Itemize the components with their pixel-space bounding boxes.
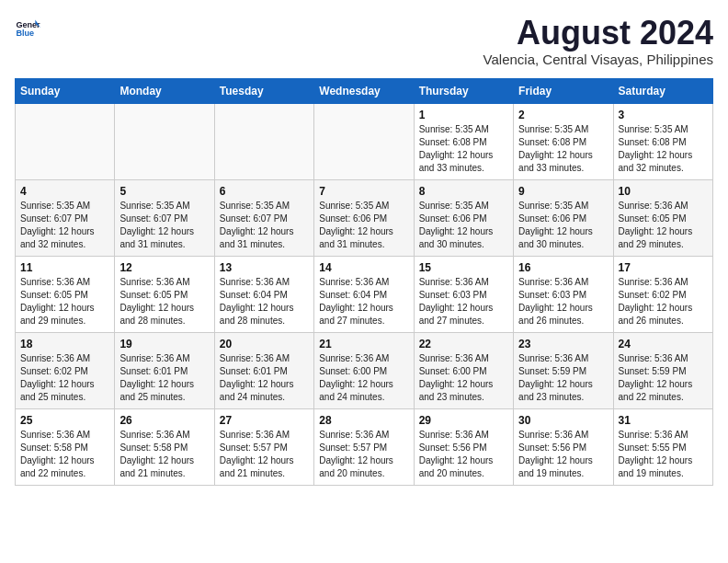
calendar-cell: 3Sunrise: 5:35 AMSunset: 6:08 PMDaylight… bbox=[613, 103, 712, 179]
calendar-cell: 23Sunrise: 5:36 AMSunset: 5:59 PMDayligh… bbox=[514, 332, 613, 408]
calendar-cell: 6Sunrise: 5:35 AMSunset: 6:07 PMDaylight… bbox=[214, 179, 313, 256]
calendar-cell: 13Sunrise: 5:36 AMSunset: 6:04 PMDayligh… bbox=[214, 256, 313, 332]
day-info: Sunrise: 5:36 AMSunset: 6:04 PMDaylight:… bbox=[220, 276, 309, 327]
calendar-cell: 19Sunrise: 5:36 AMSunset: 6:01 PMDayligh… bbox=[115, 332, 214, 408]
day-info: Sunrise: 5:36 AMSunset: 6:03 PMDaylight:… bbox=[419, 276, 508, 327]
calendar-cell: 7Sunrise: 5:35 AMSunset: 6:06 PMDaylight… bbox=[314, 179, 414, 256]
calendar-cell: 11Sunrise: 5:36 AMSunset: 6:05 PMDayligh… bbox=[16, 256, 115, 332]
day-number: 9 bbox=[518, 185, 608, 198]
day-info: Sunrise: 5:36 AMSunset: 5:56 PMDaylight:… bbox=[419, 429, 508, 480]
day-info: Sunrise: 5:36 AMSunset: 5:58 PMDaylight:… bbox=[20, 429, 109, 480]
calendar-cell: 8Sunrise: 5:35 AMSunset: 6:06 PMDaylight… bbox=[414, 179, 513, 256]
day-number: 30 bbox=[518, 414, 608, 427]
day-number: 22 bbox=[419, 338, 508, 350]
calendar-cell: 17Sunrise: 5:36 AMSunset: 6:02 PMDayligh… bbox=[613, 256, 712, 332]
day-number: 19 bbox=[119, 338, 209, 350]
day-of-week-header: Tuesday bbox=[214, 78, 313, 103]
calendar-cell: 24Sunrise: 5:36 AMSunset: 5:59 PMDayligh… bbox=[613, 332, 712, 408]
day-number: 11 bbox=[20, 261, 109, 274]
calendar-cell: 5Sunrise: 5:35 AMSunset: 6:07 PMDaylight… bbox=[115, 179, 214, 256]
day-info: Sunrise: 5:35 AMSunset: 6:08 PMDaylight:… bbox=[518, 123, 608, 175]
svg-text:Blue: Blue bbox=[16, 29, 34, 38]
calendar-body: 1Sunrise: 5:35 AMSunset: 6:08 PMDaylight… bbox=[16, 103, 713, 485]
day-info: Sunrise: 5:36 AMSunset: 5:57 PMDaylight:… bbox=[220, 429, 309, 480]
calendar-week-row: 1Sunrise: 5:35 AMSunset: 6:08 PMDaylight… bbox=[16, 103, 713, 179]
logo-icon: General Blue bbox=[15, 15, 40, 40]
day-number: 31 bbox=[619, 414, 708, 427]
calendar-week-row: 25Sunrise: 5:36 AMSunset: 5:58 PMDayligh… bbox=[16, 408, 713, 485]
calendar-header-row: SundayMondayTuesdayWednesdayThursdayFrid… bbox=[16, 78, 713, 103]
day-info: Sunrise: 5:36 AMSunset: 5:55 PMDaylight:… bbox=[619, 429, 708, 480]
calendar-cell bbox=[314, 103, 414, 179]
day-info: Sunrise: 5:36 AMSunset: 6:05 PMDaylight:… bbox=[119, 276, 209, 327]
day-number: 5 bbox=[119, 185, 209, 198]
calendar-cell: 2Sunrise: 5:35 AMSunset: 6:08 PMDaylight… bbox=[514, 103, 613, 179]
day-info: Sunrise: 5:35 AMSunset: 6:06 PMDaylight:… bbox=[319, 200, 408, 251]
header: General Blue August 2024 Valencia, Centr… bbox=[15, 15, 713, 67]
calendar-cell: 31Sunrise: 5:36 AMSunset: 5:55 PMDayligh… bbox=[613, 408, 712, 485]
calendar-cell: 14Sunrise: 5:36 AMSunset: 6:04 PMDayligh… bbox=[314, 256, 414, 332]
day-info: Sunrise: 5:35 AMSunset: 6:07 PMDaylight:… bbox=[220, 200, 309, 251]
calendar-cell: 20Sunrise: 5:36 AMSunset: 6:01 PMDayligh… bbox=[214, 332, 313, 408]
day-number: 8 bbox=[419, 185, 508, 198]
day-info: Sunrise: 5:36 AMSunset: 6:02 PMDaylight:… bbox=[619, 276, 708, 327]
subtitle: Valencia, Central Visayas, Philippines bbox=[483, 52, 713, 67]
day-of-week-header: Sunday bbox=[16, 78, 115, 103]
day-number: 17 bbox=[619, 261, 708, 274]
day-of-week-header: Friday bbox=[514, 78, 613, 103]
day-info: Sunrise: 5:36 AMSunset: 5:56 PMDaylight:… bbox=[518, 429, 608, 480]
day-of-week-header: Saturday bbox=[613, 78, 712, 103]
calendar-cell: 29Sunrise: 5:36 AMSunset: 5:56 PMDayligh… bbox=[414, 408, 513, 485]
day-info: Sunrise: 5:35 AMSunset: 6:06 PMDaylight:… bbox=[518, 200, 608, 251]
day-number: 25 bbox=[20, 414, 109, 427]
calendar-cell: 12Sunrise: 5:36 AMSunset: 6:05 PMDayligh… bbox=[115, 256, 214, 332]
day-info: Sunrise: 5:36 AMSunset: 6:05 PMDaylight:… bbox=[619, 200, 708, 251]
day-info: Sunrise: 5:35 AMSunset: 6:08 PMDaylight:… bbox=[419, 123, 508, 175]
calendar-cell: 10Sunrise: 5:36 AMSunset: 6:05 PMDayligh… bbox=[613, 179, 712, 256]
day-number: 6 bbox=[220, 185, 309, 198]
title-block: August 2024 Valencia, Central Visayas, P… bbox=[483, 15, 713, 67]
calendar-cell: 25Sunrise: 5:36 AMSunset: 5:58 PMDayligh… bbox=[16, 408, 115, 485]
day-number: 26 bbox=[119, 414, 209, 427]
calendar-week-row: 11Sunrise: 5:36 AMSunset: 6:05 PMDayligh… bbox=[16, 256, 713, 332]
day-number: 21 bbox=[319, 338, 408, 350]
day-of-week-header: Monday bbox=[115, 78, 214, 103]
day-number: 18 bbox=[20, 338, 109, 350]
day-number: 15 bbox=[419, 261, 508, 274]
day-number: 14 bbox=[319, 261, 408, 274]
calendar-cell bbox=[16, 103, 115, 179]
day-info: Sunrise: 5:36 AMSunset: 6:01 PMDaylight:… bbox=[119, 352, 209, 404]
calendar-cell: 27Sunrise: 5:36 AMSunset: 5:57 PMDayligh… bbox=[214, 408, 313, 485]
calendar-cell: 4Sunrise: 5:35 AMSunset: 6:07 PMDaylight… bbox=[16, 179, 115, 256]
month-title: August 2024 bbox=[483, 15, 713, 52]
calendar-table: SundayMondayTuesdayWednesdayThursdayFrid… bbox=[15, 78, 713, 486]
day-info: Sunrise: 5:35 AMSunset: 6:07 PMDaylight:… bbox=[119, 200, 209, 251]
calendar-cell: 15Sunrise: 5:36 AMSunset: 6:03 PMDayligh… bbox=[414, 256, 513, 332]
day-number: 16 bbox=[518, 261, 608, 274]
day-info: Sunrise: 5:35 AMSunset: 6:06 PMDaylight:… bbox=[419, 200, 508, 251]
day-info: Sunrise: 5:36 AMSunset: 6:02 PMDaylight:… bbox=[20, 352, 109, 404]
day-info: Sunrise: 5:36 AMSunset: 6:00 PMDaylight:… bbox=[419, 352, 508, 404]
calendar-cell: 1Sunrise: 5:35 AMSunset: 6:08 PMDaylight… bbox=[414, 103, 513, 179]
day-number: 3 bbox=[619, 109, 708, 121]
day-number: 28 bbox=[319, 414, 408, 427]
day-of-week-header: Thursday bbox=[414, 78, 513, 103]
calendar-cell: 22Sunrise: 5:36 AMSunset: 6:00 PMDayligh… bbox=[414, 332, 513, 408]
day-info: Sunrise: 5:36 AMSunset: 6:04 PMDaylight:… bbox=[319, 276, 408, 327]
day-number: 20 bbox=[220, 338, 309, 350]
calendar-cell: 30Sunrise: 5:36 AMSunset: 5:56 PMDayligh… bbox=[514, 408, 613, 485]
day-number: 7 bbox=[319, 185, 408, 198]
day-info: Sunrise: 5:36 AMSunset: 5:57 PMDaylight:… bbox=[319, 429, 408, 480]
calendar-week-row: 4Sunrise: 5:35 AMSunset: 6:07 PMDaylight… bbox=[16, 179, 713, 256]
calendar-cell bbox=[214, 103, 313, 179]
calendar-cell: 9Sunrise: 5:35 AMSunset: 6:06 PMDaylight… bbox=[514, 179, 613, 256]
day-number: 12 bbox=[119, 261, 209, 274]
calendar-week-row: 18Sunrise: 5:36 AMSunset: 6:02 PMDayligh… bbox=[16, 332, 713, 408]
day-info: Sunrise: 5:35 AMSunset: 6:08 PMDaylight:… bbox=[619, 123, 708, 175]
day-number: 13 bbox=[220, 261, 309, 274]
day-info: Sunrise: 5:36 AMSunset: 6:03 PMDaylight:… bbox=[518, 276, 608, 327]
day-number: 1 bbox=[419, 109, 508, 121]
day-number: 2 bbox=[518, 109, 608, 121]
day-info: Sunrise: 5:36 AMSunset: 5:59 PMDaylight:… bbox=[619, 352, 708, 404]
day-of-week-header: Wednesday bbox=[314, 78, 414, 103]
